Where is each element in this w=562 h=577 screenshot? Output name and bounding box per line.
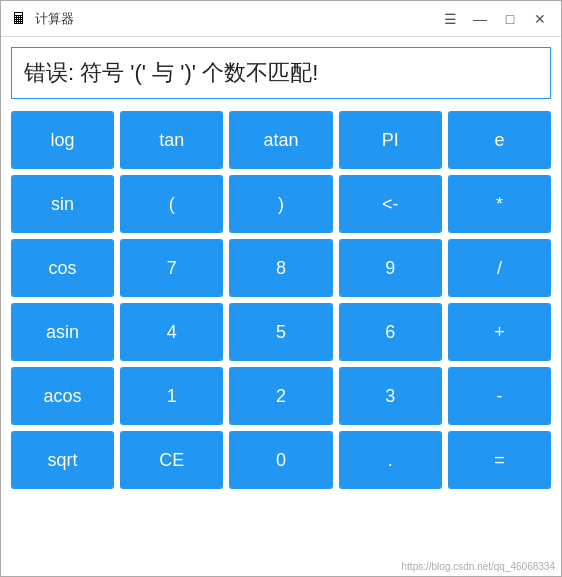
menu-button[interactable]: ☰ [439,8,461,30]
button-row-5: sqrtCE0.= [11,431,551,489]
button-5[interactable]: 5 [229,303,332,361]
calc-body: logtanatanPIesin()<-*cos789/asin456+acos… [1,107,561,559]
button-_[interactable]: ) [229,175,332,233]
title-text: 计算器 [35,10,74,28]
calculator-window: 🖩 计算器 ☰ — □ ✕ 错误: 符号 '(' 与 ')' 个数不匹配! lo… [0,0,562,577]
button-log[interactable]: log [11,111,114,169]
button-8[interactable]: 8 [229,239,332,297]
button-sin[interactable]: sin [11,175,114,233]
maximize-button[interactable]: □ [499,8,521,30]
watermark: https://blog.csdn.net/qq_46068334 [1,559,561,576]
button-_[interactable]: - [448,367,551,425]
button-7[interactable]: 7 [120,239,223,297]
button-4[interactable]: 4 [120,303,223,361]
button-3[interactable]: 3 [339,367,442,425]
button-row-2: cos789/ [11,239,551,297]
button-row-1: sin()<-* [11,175,551,233]
button-row-0: logtanatanPIe [11,111,551,169]
button-row-3: asin456+ [11,303,551,361]
title-controls: ☰ — □ ✕ [439,8,551,30]
minimize-button[interactable]: — [469,8,491,30]
button-e[interactable]: e [448,111,551,169]
button-_[interactable]: . [339,431,442,489]
button-CE[interactable]: CE [120,431,223,489]
button-row-4: acos123- [11,367,551,425]
close-button[interactable]: ✕ [529,8,551,30]
button-_[interactable]: + [448,303,551,361]
display: 错误: 符号 '(' 与 ')' 个数不匹配! [11,47,551,99]
button-_[interactable]: ( [120,175,223,233]
app-icon: 🖩 [11,10,29,28]
button-0[interactable]: 0 [229,431,332,489]
button-9[interactable]: 9 [339,239,442,297]
display-text: 错误: 符号 '(' 与 ')' 个数不匹配! [24,58,318,88]
button-tan[interactable]: tan [120,111,223,169]
button-__[interactable]: <- [339,175,442,233]
button-cos[interactable]: cos [11,239,114,297]
button-2[interactable]: 2 [229,367,332,425]
button-_[interactable]: = [448,431,551,489]
button-sqrt[interactable]: sqrt [11,431,114,489]
button-_[interactable]: / [448,239,551,297]
button-atan[interactable]: atan [229,111,332,169]
title-bar-left: 🖩 计算器 [11,10,74,28]
button-_[interactable]: * [448,175,551,233]
button-PI[interactable]: PI [339,111,442,169]
button-asin[interactable]: asin [11,303,114,361]
button-6[interactable]: 6 [339,303,442,361]
button-acos[interactable]: acos [11,367,114,425]
title-bar: 🖩 计算器 ☰ — □ ✕ [1,1,561,37]
button-1[interactable]: 1 [120,367,223,425]
